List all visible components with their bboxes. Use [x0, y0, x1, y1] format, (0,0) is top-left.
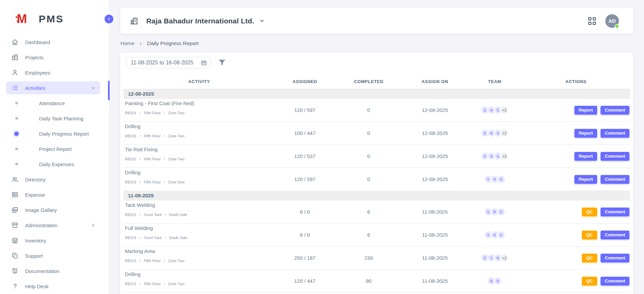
home-icon	[11, 38, 19, 46]
comment-button[interactable]: Comment	[601, 231, 629, 239]
bullet-icon	[15, 102, 18, 104]
activity-path: RB101Fifth FloorZone Two	[125, 259, 184, 263]
sidebar-subitem-label: Attendance	[39, 100, 65, 106]
report-button[interactable]: Report	[574, 106, 597, 115]
sidebar-item-label: Image Gallary	[25, 207, 57, 213]
comment-button[interactable]: Comment	[601, 175, 629, 184]
completed-cell: 0	[335, 122, 402, 144]
company-selector[interactable]: Raja Bahadur International Ltd.	[130, 8, 265, 34]
sidebar-item-expense[interactable]: Expense	[6, 188, 100, 201]
column-header-completed: COMPLETED	[335, 79, 402, 84]
sidebar-item-help-desk[interactable]: ?Help Desk	[6, 280, 100, 293]
svg-text:?: ?	[13, 282, 17, 290]
team-cell: SRD	[467, 200, 522, 223]
qc-button[interactable]: QC	[582, 254, 597, 262]
comment-button[interactable]: Comment	[601, 152, 629, 161]
activity-title: Drilling	[125, 271, 141, 277]
filter-button[interactable]	[218, 58, 226, 67]
sidebar-subitem-label: Daily Expenses	[39, 161, 74, 167]
sidebar-item-employees[interactable]: Employees	[6, 66, 100, 79]
qc-button[interactable]: QC	[582, 231, 597, 239]
image-icon	[11, 206, 19, 214]
activity-path-part: Fifth Floor	[144, 282, 161, 286]
sidebar-item-label: Dashboard	[25, 39, 50, 45]
table-body: 12-08-2025Painting - First Coat (Fire Re…	[124, 89, 630, 293]
book-icon	[11, 267, 19, 275]
team-extra-badge: +2	[500, 152, 509, 160]
column-header-activity: ACTIVITY	[124, 79, 275, 84]
activity-title: Tie Rod Fixing	[125, 146, 158, 153]
actions-cell: QCComment	[522, 200, 630, 223]
actions-cell: QCComment	[522, 223, 630, 246]
activity-path-part: RB101	[125, 282, 136, 286]
topbar: Raja Bahadur International Ltd. AD	[120, 8, 633, 34]
sidebar-item-support[interactable]: Support	[6, 249, 100, 262]
sidebar-subitem-daily-task-planning[interactable]: Daily Task Planning	[6, 112, 100, 125]
team-cell: VRD	[467, 168, 522, 191]
path-chevron-icon	[164, 213, 167, 216]
column-header-assigned: ASSIGNED	[275, 79, 335, 84]
date-range-input[interactable]: 11-08-2025 to 16-08-2025	[126, 57, 211, 68]
comment-button[interactable]: Comment	[601, 129, 629, 138]
filter-bar: 11-08-2025 to 16-08-2025	[126, 57, 226, 68]
qc-button[interactable]: QC	[582, 277, 597, 286]
actions-cell: ReportComment	[522, 99, 630, 121]
assign-on-cell: 12-08-2025	[402, 122, 467, 144]
activity-cell: Painting - First Coat (Fire Red)RB101Fif…	[124, 99, 275, 121]
activity-path-part: Zone Two	[168, 282, 184, 286]
report-button[interactable]: Report	[574, 175, 597, 184]
qc-button[interactable]: QC	[582, 208, 597, 216]
activity-cell: Tie Rod FixingRB101Fifth FloorZone Two	[124, 145, 275, 168]
sidebar-subitem-daily-progress-report[interactable]: Daily Progress Report	[6, 127, 100, 140]
activity-title: Drilling	[125, 169, 141, 176]
sidebar-item-inventory[interactable]: Inventory	[6, 234, 100, 247]
comment-button[interactable]: Comment	[601, 106, 629, 115]
completed-cell: 6	[335, 200, 402, 223]
team-cell: DNS+2	[467, 99, 522, 121]
actions-cell: ReportComment	[522, 168, 630, 191]
user-avatar[interactable]: AD	[605, 14, 619, 28]
sidebar-item-directory[interactable]: Directory	[6, 173, 100, 186]
path-chevron-icon	[163, 181, 166, 183]
sidebar-item-administration[interactable]: Administration	[6, 219, 100, 232]
team-cell: DNS+2	[467, 145, 522, 168]
completed-cell: 0	[335, 168, 402, 191]
activity-path: RB101Fifth FloorZone Two	[125, 282, 184, 286]
sidebar-item-dashboard[interactable]: Dashboard	[6, 36, 100, 48]
apps-grid-button[interactable]	[588, 17, 596, 25]
team-cell: SRD	[467, 223, 522, 246]
assigned-cell: 120 / 597	[275, 99, 335, 121]
sidebar-subitem-daily-expenses[interactable]: Daily Expenses	[6, 158, 100, 171]
store-icon	[11, 237, 19, 244]
comment-button[interactable]: Comment	[601, 277, 629, 286]
sidebar-subitem-attendance[interactable]: Attendance	[6, 97, 100, 110]
sidebar-menu: DashboardProjectsEmployeesActivitiesAtte…	[0, 36, 109, 294]
path-chevron-icon	[163, 135, 166, 137]
copy-icon	[11, 252, 19, 259]
activity-title: Marking Area	[125, 248, 155, 254]
path-chevron-icon	[163, 158, 166, 160]
path-chevron-icon	[163, 112, 166, 114]
sidebar-item-label: Help Desk	[25, 283, 49, 289]
breadcrumb-home[interactable]: Home	[121, 40, 134, 46]
report-button[interactable]: Report	[574, 129, 597, 138]
sidebar-collapse-button[interactable]	[105, 15, 113, 23]
sidebar: M PMS DashboardProjectsEmployeesActiviti…	[0, 0, 109, 294]
sidebar-item-activities[interactable]: Activities	[6, 81, 100, 94]
table-row: Tie Rod FixingRB101Fifth FloorZone Two12…	[124, 145, 630, 168]
activity-path-part: Zone Two	[168, 111, 184, 115]
sidebar-item-projects[interactable]: Projects	[6, 51, 100, 64]
path-chevron-icon	[139, 158, 142, 160]
sidebar-subitem-project-report[interactable]: Project Report	[6, 142, 100, 155]
path-chevron-icon	[139, 135, 142, 137]
date-range-value: 11-08-2025 to 16-08-2025	[131, 60, 201, 66]
report-button[interactable]: Report	[574, 152, 597, 161]
comment-button[interactable]: Comment	[601, 254, 629, 262]
sidebar-item-documentation[interactable]: Documentation	[6, 264, 100, 277]
chevron-right-icon	[91, 223, 96, 228]
comment-button[interactable]: Comment	[601, 208, 629, 216]
team-extra-badge: +2	[500, 254, 509, 262]
sidebar-item-image-gallary[interactable]: Image Gallary	[6, 203, 100, 216]
activity-path-part: RB101	[125, 180, 136, 184]
bullet-icon	[15, 163, 18, 165]
